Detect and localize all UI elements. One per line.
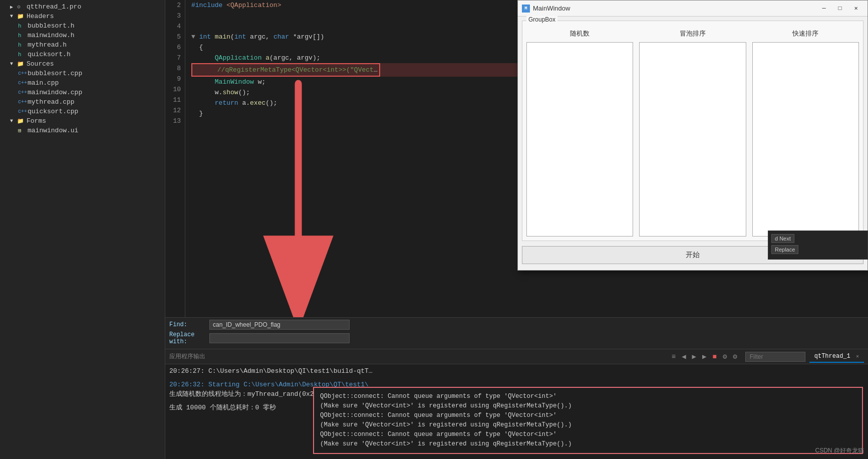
tab-label: qtThread_1 [814, 353, 850, 360]
sidebar-item-bubblesort-h[interactable]: h bubblesort.h [0, 21, 165, 31]
watermark: CSDN @好奇龙猫 [815, 446, 864, 455]
groupbox-label: GroupBox [526, 16, 557, 23]
groupbox: GroupBox 随机数 冒泡排序 快速排序 [522, 21, 863, 241]
minimize-button[interactable]: ─ [816, 4, 831, 14]
find-right-row: d Next [771, 234, 864, 243]
sidebar-item-label: Forms [27, 117, 46, 125]
h-file-icon: h [18, 33, 26, 39]
maximize-button[interactable]: □ [832, 4, 847, 14]
sidebar-item-label: main.cpp [28, 79, 59, 87]
error-line-6: (Make sure 'QVector<int>' is registered … [320, 439, 856, 449]
editor-area: 2 3 4 5 6 7 8 9 10 11 12 13 #include <QA… [165, 0, 868, 459]
listbox-bubble[interactable] [639, 42, 746, 237]
close-button[interactable]: ✕ [848, 4, 863, 14]
collapse-arrow: ▶ [10, 4, 17, 10]
app-output-label: 应用程序输出 [169, 352, 205, 361]
sidebar-item-label: mainwindow.ui [28, 127, 78, 134]
sidebar-item-label: mythread.h [28, 41, 67, 49]
column-label-quick: 快速排序 [792, 29, 818, 38]
column-random: 随机数 [526, 29, 633, 237]
tab-close[interactable]: ✕ [856, 354, 859, 359]
sidebar-item-label: mythread.cpp [28, 98, 75, 106]
code-editor[interactable]: 2 3 4 5 6 7 8 9 10 11 12 13 #include <QA… [165, 0, 868, 317]
find-row: Find: [169, 320, 864, 330]
sidebar-item-quicksort-cpp[interactable]: c++ quicksort.cpp [0, 107, 165, 116]
sidebar-item-mainwindow-ui[interactable]: ⊞ mainwindow.ui [0, 126, 165, 135]
sidebar-item-forms[interactable]: ▼ 📁 Forms [0, 116, 165, 126]
sidebar-item-label: qtthread_1.pro [27, 3, 81, 11]
sidebar-item-mythread-cpp[interactable]: c++ mythread.cpp [0, 97, 165, 107]
ui-file-icon: ⊞ [18, 127, 26, 134]
cpp-file-icon: c++ [18, 109, 26, 114]
h-file-icon: h [18, 42, 26, 48]
sidebar-item-sources[interactable]: ▼ 📁 Sources [0, 59, 165, 69]
column-quick: 快速排序 [752, 29, 859, 237]
toolbar-btn-run[interactable]: ▶ [700, 351, 708, 362]
sidebar-item-label: Sources [27, 60, 54, 68]
toolbar-btn-3[interactable]: ▶ [690, 351, 698, 362]
sidebar-item-label: mainwindow.h [28, 32, 75, 39]
sidebar-item-label: bubblesort.h [28, 22, 75, 30]
h-file-icon: h [18, 23, 26, 29]
groupbox-inner: 随机数 冒泡排序 快速排序 [526, 29, 859, 237]
folder-arrow: ▼ [10, 118, 17, 124]
sidebar: ▶ ⚙ qtthread_1.pro ▼ 📁 Headers h bubbles… [0, 0, 165, 459]
folder-icon: 📁 [17, 13, 25, 20]
listbox-random[interactable] [526, 42, 633, 237]
find-replace-bar: Find: Replace with: [165, 317, 868, 349]
sidebar-item-label: mainwindow.cpp [28, 89, 82, 96]
column-label-bubble: 冒泡排序 [680, 29, 706, 38]
listbox-quick[interactable] [752, 42, 859, 237]
replace-input[interactable] [209, 333, 350, 343]
error-line-5: QObject::connect: Cannot queue arguments… [320, 430, 856, 439]
pro-file-icon: ⚙ [17, 4, 25, 10]
folder-arrow: ▼ [10, 61, 17, 67]
column-bubble: 冒泡排序 [639, 29, 746, 237]
error-line-2: (Make sure 'QVector<int>' is registered … [320, 401, 856, 411]
qt-window-controls: ─ □ ✕ [816, 4, 863, 14]
sidebar-item-headers[interactable]: ▼ 📁 Headers [0, 12, 165, 21]
cpp-file-icon: c++ [18, 90, 26, 95]
sidebar-item-mainwindow-h[interactable]: h mainwindow.h [0, 31, 165, 40]
error-line-4: (Make sure 'QVector<int>' is registered … [320, 420, 856, 430]
qt-title-text: MainWindow [533, 5, 816, 12]
qt-window[interactable]: M MainWindow ─ □ ✕ GroupBox 随机数 [517, 0, 868, 271]
sidebar-item-qtthread-pro[interactable]: ▶ ⚙ qtthread_1.pro [0, 2, 165, 12]
cpp-file-icon: c++ [18, 80, 26, 86]
output-toolbar: ≡ ◀ ▶ ▶ ■ ⚙ ⚙ [670, 351, 739, 362]
line-numbers: 2 3 4 5 6 7 8 9 10 11 12 13 [165, 0, 185, 317]
find-input[interactable] [209, 320, 350, 330]
qt-titlebar: M MainWindow ─ □ ✕ [518, 1, 867, 17]
find-next-button[interactable]: d Next [771, 234, 794, 243]
sidebar-item-quicksort-h[interactable]: h quicksort.h [0, 50, 165, 59]
toolbar-btn-2[interactable]: ◀ [680, 351, 688, 362]
toolbar-btn-stop[interactable]: ■ [710, 352, 718, 362]
find-label: Find: [169, 321, 209, 328]
folder-icon: 📁 [17, 61, 25, 67]
h-file-icon: h [18, 52, 26, 58]
output-tabs: 应用程序输出 ≡ ◀ ▶ ▶ ■ ⚙ ⚙ qtThread_1 ✕ [165, 349, 868, 364]
sidebar-item-label: Headers [27, 13, 54, 20]
replace-right-row: Replace [771, 245, 864, 254]
filter-input[interactable] [745, 352, 805, 362]
output-tab-qtthread1[interactable]: qtThread_1 ✕ [809, 351, 864, 363]
sidebar-item-mythread-h[interactable]: h mythread.h [0, 40, 165, 50]
replace-label: Replace with: [169, 331, 209, 345]
sidebar-item-mainwindow-cpp[interactable]: c++ mainwindow.cpp [0, 88, 165, 97]
sidebar-item-label: quicksort.cpp [28, 108, 78, 115]
folder-arrow: ▼ [10, 14, 17, 19]
sidebar-item-main-cpp[interactable]: c++ main.cpp [0, 78, 165, 88]
sidebar-item-bubblesort-cpp[interactable]: c++ bubblesort.cpp [0, 69, 165, 78]
replace-row: Replace with: [169, 331, 864, 345]
replace-button[interactable]: Replace [771, 245, 798, 254]
sidebar-item-label: bubblesort.cpp [28, 70, 82, 77]
cpp-file-icon: c++ [18, 99, 26, 105]
toolbar-btn-1[interactable]: ≡ [670, 352, 678, 362]
toolbar-btn-5[interactable]: ⚙ [731, 351, 739, 362]
column-label-random: 随机数 [570, 29, 590, 38]
error-line-1: QObject::connect: Cannot queue arguments… [320, 392, 856, 401]
find-right-panel: d Next Replace [768, 231, 868, 260]
folder-icon: 📁 [17, 118, 25, 124]
error-line-3: QObject::connect: Cannot queue arguments… [320, 411, 856, 420]
toolbar-btn-4[interactable]: ⚙ [721, 351, 729, 362]
